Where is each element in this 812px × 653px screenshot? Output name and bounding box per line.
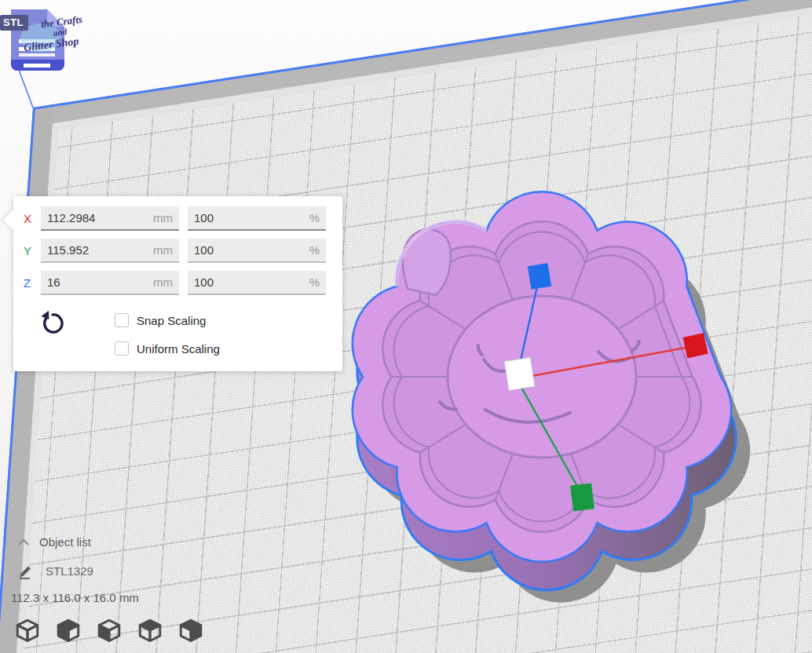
scale-handle-y[interactable]	[570, 483, 594, 511]
scale-x-percent-input[interactable]: 100 %	[188, 206, 326, 231]
scale-z-percent-input[interactable]: 100 %	[188, 271, 326, 295]
snap-scaling-row: Snap Scaling	[115, 312, 342, 328]
axis-label-x: X	[24, 212, 41, 225]
object-list-item[interactable]: STL1329	[17, 562, 93, 579]
view-front-icon[interactable]	[55, 617, 82, 644]
uniform-scaling-row: Uniform Scaling	[115, 341, 342, 356]
scale-x-mm-unit: mm	[153, 211, 173, 224]
stl-badge: STL	[0, 15, 28, 31]
scale-z-percent-unit: %	[309, 275, 320, 289]
camera-view-toolbar	[14, 617, 218, 644]
scale-row-y: Y 115.952 mm 100 %	[24, 239, 342, 263]
object-list-title: Object list	[39, 535, 91, 549]
axis-label-y: Y	[24, 244, 41, 257]
stl-file-watermark: STL the Crafts and Glitter Shop	[0, 2, 79, 80]
scale-handle-center[interactable]	[504, 358, 534, 391]
uniform-scaling-label: Uniform Scaling	[137, 342, 220, 356]
axis-label-z: Z	[24, 276, 41, 290]
scale-y-percent-input[interactable]: 100 %	[188, 239, 326, 263]
view-3d-icon[interactable]	[14, 617, 41, 644]
cura-viewport: X 112.2984 mm 100 % Y 115.952 mm 100 % Z	[0, 0, 812, 653]
scale-tool-panel: X 112.2984 mm 100 % Y 115.952 mm 100 % Z	[13, 196, 342, 371]
view-top-icon[interactable]	[96, 617, 123, 644]
scale-z-mm-input[interactable]: 16 mm	[41, 271, 179, 295]
panel-pointer-arrow	[3, 210, 13, 230]
flower-mold-model[interactable]	[353, 192, 750, 603]
flower-face-circle	[448, 296, 636, 458]
model-dimensions-label: 112.3 x 116.0 x 16.0 mm	[11, 591, 139, 604]
scale-y-mm-input[interactable]: 115.952 mm	[41, 239, 179, 263]
pencil-icon	[17, 562, 35, 579]
object-item-name: STL1329	[46, 564, 93, 578]
scale-x-mm-input[interactable]: 112.2984 mm	[41, 206, 179, 231]
view-right-icon[interactable]	[177, 617, 204, 644]
uniform-scaling-checkbox[interactable]	[115, 341, 129, 356]
scale-y-mm-unit: mm	[153, 243, 173, 257]
mold-tab-petal	[403, 229, 451, 295]
scale-row-z: Z 16 mm 100 %	[24, 271, 342, 295]
scale-handle-x[interactable]	[683, 333, 708, 358]
scale-z-mm-value: 16	[47, 275, 60, 289]
scale-y-percent-value: 100	[194, 243, 214, 257]
scale-z-mm-unit: mm	[153, 275, 173, 289]
view-left-icon[interactable]	[137, 617, 163, 644]
scale-y-percent-unit: %	[309, 243, 320, 257]
scale-x-mm-value: 112.2984	[47, 211, 95, 224]
scale-x-percent-value: 100	[194, 211, 214, 224]
scale-z-percent-value: 100	[194, 275, 214, 289]
object-list-header[interactable]: Object list	[17, 535, 91, 549]
scale-x-percent-unit: %	[309, 211, 320, 224]
scale-handle-z[interactable]	[528, 263, 551, 290]
scale-y-mm-value: 115.952	[47, 243, 89, 257]
scale-row-x: X 112.2984 mm 100 %	[24, 206, 342, 231]
snap-scaling-checkbox[interactable]	[115, 313, 129, 327]
chevron-up-icon	[17, 538, 30, 547]
reset-scale-button[interactable]	[38, 310, 65, 337]
snap-scaling-label: Snap Scaling	[137, 314, 206, 327]
